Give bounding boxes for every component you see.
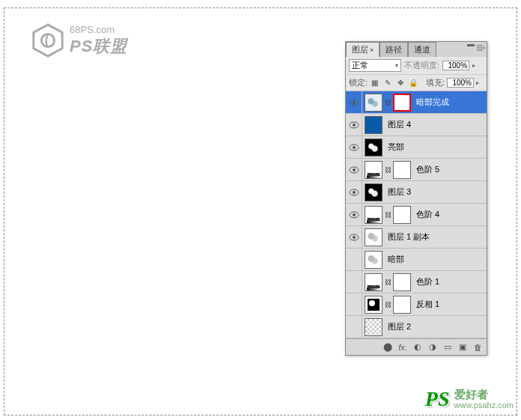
layer-name[interactable]: 色阶 4 (413, 209, 439, 220)
link-icon[interactable]: ⛓ (385, 166, 391, 174)
visibility-toggle[interactable] (346, 181, 362, 203)
layer-row[interactable]: 暗部 (346, 249, 487, 271)
layer-thumbnail[interactable] (365, 161, 383, 179)
layer-name[interactable]: 图层 2 (385, 321, 411, 332)
layer-thumbnail[interactable] (365, 318, 383, 336)
layer-thumbnail[interactable] (365, 183, 383, 201)
link-icon[interactable]: ⛓ (385, 99, 391, 106)
svg-point-6 (353, 101, 356, 104)
layer-thumbnail[interactable] (365, 94, 383, 112)
layer-row[interactable]: 亮部 (346, 136, 487, 159)
collapse-icon[interactable]: ▬ (467, 40, 475, 48)
eye-icon (349, 121, 359, 129)
layer-row[interactable]: ⛓反相 1 (346, 293, 487, 316)
lock-transparency-icon[interactable]: ▦ (370, 78, 380, 88)
tab-layers[interactable]: 图层× (346, 42, 380, 57)
layer-thumbnail[interactable] (365, 251, 383, 269)
visibility-toggle[interactable] (346, 114, 362, 136)
svg-point-12 (353, 168, 356, 171)
panel-tabs: 图层× 路径 通道 ▬ (346, 42, 487, 57)
layer-thumbnail[interactable] (365, 139, 383, 156)
visibility-toggle[interactable] (346, 136, 362, 158)
close-icon[interactable]: × (370, 46, 374, 54)
layer-thumbnail[interactable] (365, 273, 383, 291)
new-layer-icon[interactable]: ▣ (457, 342, 468, 353)
layer-name[interactable]: 图层 1 副本 (385, 231, 430, 243)
panel-footer: ⬤ fx. ◐ ◑ ▭ ▣ 🗑 (346, 338, 487, 355)
watermark-psahz: PS 爱好者 www.psahz.com (425, 387, 514, 411)
link-icon[interactable]: ⛓ (385, 279, 391, 286)
opacity-arrow-icon[interactable]: ▸ (472, 62, 480, 69)
layer-row[interactable]: ⛓色阶 1 (346, 271, 487, 293)
layer-row[interactable]: ⛓暗部完成 (346, 91, 487, 114)
visibility-toggle[interactable] (346, 316, 362, 338)
blend-mode-select[interactable]: 正常 ▾ (349, 59, 401, 72)
svg-point-10 (353, 146, 356, 149)
visibility-toggle[interactable] (346, 91, 362, 113)
chevron-down-icon: ▾ (395, 62, 398, 69)
visibility-toggle[interactable] (346, 204, 362, 225)
opacity-value[interactable]: 100% (442, 61, 469, 70)
panel-menu-icon[interactable] (476, 43, 485, 52)
layer-thumbnails (362, 228, 385, 246)
layer-name[interactable]: 暗部完成 (413, 97, 449, 108)
fill-value[interactable]: 100% (447, 78, 474, 88)
visibility-toggle[interactable] (346, 249, 362, 270)
lock-all-icon[interactable]: 🔒 (408, 78, 418, 88)
tab-channels[interactable]: 通道 (408, 42, 436, 57)
fill-label: 填充: (426, 77, 445, 88)
layer-row[interactable]: 图层 2 (346, 316, 487, 338)
watermark-cn: 爱好者 (454, 389, 514, 401)
mask-thumbnail[interactable] (393, 273, 411, 291)
layers-list[interactable]: ⛓暗部完成图层 4亮部⛓色阶 5图层 3⛓色阶 4图层 1 副本暗部⛓色阶 1⛓… (346, 91, 487, 338)
tab-paths[interactable]: 路径 (380, 42, 408, 57)
layer-thumbnail[interactable] (365, 116, 383, 134)
layer-effects-icon[interactable]: fx. (397, 342, 408, 353)
visibility-toggle[interactable] (346, 226, 362, 248)
layer-thumbnail[interactable] (365, 228, 383, 246)
layer-thumbnails (362, 183, 385, 201)
layers-panel: 图层× 路径 通道 ▬ 正常 ▾ 不透明度: 100% ▸ 锁定: ▦ ✎ ✥ … (345, 41, 487, 356)
layer-row[interactable]: ⛓色阶 4 (346, 204, 487, 226)
layer-name[interactable]: 图层 3 (385, 186, 411, 198)
link-layers-icon[interactable]: ⬤ (383, 342, 393, 353)
layer-thumbnail[interactable] (365, 206, 383, 224)
layer-name[interactable]: 图层 4 (385, 119, 411, 130)
layer-name[interactable]: 色阶 1 (413, 276, 439, 287)
layer-thumbnails: ⛓ (362, 273, 413, 291)
link-icon[interactable]: ⛓ (385, 211, 391, 219)
visibility-toggle[interactable] (346, 271, 362, 293)
layer-row[interactable]: 图层 4 (346, 114, 487, 136)
visibility-toggle[interactable] (346, 293, 362, 315)
logo-name: PS联盟 (70, 35, 127, 58)
layer-mask-icon[interactable]: ◐ (412, 342, 423, 353)
lock-row: 锁定: ▦ ✎ ✥ 🔒 填充: 100% ▸ (346, 75, 487, 91)
layer-name[interactable]: 反相 1 (413, 299, 439, 310)
opacity-label: 不透明度: (404, 60, 439, 71)
layer-group-icon[interactable]: ▭ (442, 342, 453, 353)
svg-point-16 (353, 213, 356, 216)
layer-row[interactable]: 图层 1 副本 (346, 226, 487, 249)
mask-thumbnail[interactable] (393, 206, 411, 224)
link-icon[interactable]: ⛓ (385, 301, 391, 308)
layer-row[interactable]: ⛓色阶 5 (346, 159, 487, 181)
layer-name[interactable]: 亮部 (385, 141, 404, 153)
watermark-ps-text: PS (425, 387, 450, 411)
fill-arrow-icon[interactable]: ▸ (476, 79, 484, 86)
layer-thumbnails (362, 139, 385, 156)
adjustment-layer-icon[interactable]: ◑ (427, 342, 438, 353)
mask-thumbnail[interactable] (393, 161, 411, 179)
layer-row[interactable]: 图层 3 (346, 181, 487, 204)
layer-thumbnails (362, 116, 385, 134)
layer-name[interactable]: 色阶 5 (413, 164, 439, 175)
layer-thumbnail[interactable] (365, 296, 383, 314)
mask-thumbnail[interactable] (393, 94, 411, 112)
delete-layer-icon[interactable]: 🗑 (472, 342, 483, 353)
lock-position-icon[interactable]: ✥ (395, 78, 405, 88)
layer-name[interactable]: 暗部 (385, 254, 404, 265)
visibility-toggle[interactable] (346, 159, 362, 180)
layer-thumbnails (362, 251, 385, 269)
mask-thumbnail[interactable] (393, 296, 411, 314)
eye-icon (349, 166, 359, 174)
lock-pixels-icon[interactable]: ✎ (383, 78, 392, 88)
